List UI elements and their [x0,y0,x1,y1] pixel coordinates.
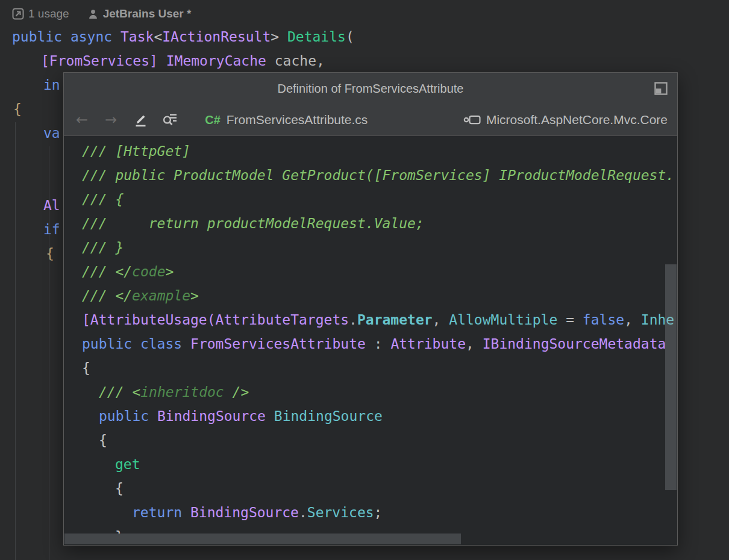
code-token: Attribute [390,336,466,352]
code-token: public async [12,29,120,45]
code-token: : [366,336,391,352]
popup-header: Definition of FromServicesAttribute ← → [64,73,677,136]
code-token: > [165,264,174,279]
code-token: if [43,222,60,237]
popup-toolbar: ← → C# [64,104,677,135]
usages-inlay-hint[interactable]: 1 usage [12,7,69,20]
code-token: , [433,312,449,328]
code-token: IBindingSourceMetadata [483,336,666,352]
code-token: [FromServices] [41,53,158,69]
code-token: /> [224,384,249,400]
code-line: /// return productModelRequest.Value; [82,211,677,235]
usages-icon [12,8,24,20]
horizontal-scrollbar-thumb[interactable] [64,534,461,544]
code-token [158,53,166,69]
code-token: IActionResult [162,29,271,45]
code-token: { [115,481,124,496]
code-token: { [46,246,54,261]
search-list-icon [161,112,178,128]
library-icon [463,114,481,126]
code-token: va [43,125,60,141]
code-token: public [99,408,149,424]
code-line: /// public ProductModel GetProduct([From… [82,163,677,187]
indent-guide [15,122,16,560]
code-line: /// </code> [82,260,677,284]
code-token: inheritdoc [140,384,224,400]
code-token: > [271,29,287,45]
code-token: . [349,312,357,328]
module-group: Microsoft.AspNetCore.Mvc.Core [463,113,669,127]
code-token: false [583,312,624,328]
edit-source-button[interactable] [133,110,148,130]
code-token: get [115,456,140,472]
pencil-icon [133,112,148,128]
code-line: [FromServices] IMemoryCache cache, [41,49,325,73]
code-token: { [13,101,22,117]
code-line: va [43,121,60,145]
code-token: IMemoryCache [166,53,266,69]
code-line: { [13,97,22,121]
code-token: [AttributeUsage(AttributeTargets [82,312,349,328]
code-token: AllowMultiple [449,312,557,328]
code-token: /// public ProductModel GetProduct([From… [82,167,674,183]
code-token [266,408,274,424]
code-line: { [82,476,677,500]
code-token: ( [346,29,354,45]
code-line: public async Task<IActionResult> Details… [12,25,354,49]
usages-label: 1 usage [28,7,69,20]
code-token: FromServicesAttribute [190,336,366,352]
popup-code-editor[interactable]: /// [HttpGet]/// public ProductModel Get… [64,136,677,545]
code-token: . [299,505,307,520]
code-line: Al [43,193,60,217]
code-token: /// [HttpGet] [82,143,190,159]
back-arrow-icon: ← [76,111,88,128]
code-line: /// } [82,235,677,260]
code-line: /// { [82,187,677,211]
module-name: Microsoft.AspNetCore.Mvc.Core [486,113,668,127]
code-token: ; [374,505,383,520]
code-token: > [190,288,199,303]
code-token: = [557,312,583,328]
code-line: return BindingSource.Services; [82,500,677,524]
editor-surface[interactable]: 1 usage JetBrains User * public async Ta… [0,0,729,560]
code-token: example [132,288,190,303]
author-inlay-hint[interactable]: JetBrains User * [87,7,192,20]
code-token: /// < [99,384,140,400]
author-label: JetBrains User * [103,7,192,20]
code-token: Services [307,505,374,520]
code-token: , [624,312,641,328]
code-token [149,408,157,424]
code-token: in [43,77,60,93]
code-line: in [43,73,60,97]
code-token: { [82,360,90,376]
back-button[interactable]: ← [76,110,88,130]
code-token: public class [82,336,182,352]
code-line: { [46,241,54,266]
code-token: < [154,29,162,45]
code-token: Task [120,29,154,45]
code-token: /// { [82,191,124,207]
popup-title: Definition of FromServicesAttribute [277,82,463,96]
user-icon [87,8,99,20]
code-token [182,505,190,520]
code-line: /// </example> [82,284,677,308]
code-line: public BindingSource BindingSource [82,404,677,428]
code-token: /// </ [82,264,132,279]
code-line: { [82,428,677,452]
quick-definition-popup: Definition of FromServicesAttribute ← → [63,72,678,546]
open-in-tool-window-icon [654,82,668,95]
csharp-file-icon: C# [205,113,221,127]
popup-title-bar[interactable]: Definition of FromServicesAttribute [64,73,677,104]
code-token: return [132,505,182,520]
vertical-scrollbar-thumb[interactable] [665,264,677,490]
open-in-tool-window-button[interactable] [654,82,668,95]
forward-arrow-icon: → [105,111,117,128]
forward-button[interactable]: → [105,110,117,130]
inlay-hints-row: 1 usage JetBrains User * [12,5,191,23]
code-line: [AttributeUsage(AttributeTargets.Paramet… [82,308,677,332]
show-source-preview-button[interactable] [161,110,178,130]
popup-file-name: FromServicesAttribute.cs [227,113,368,127]
code-line: public class FromServicesAttribute : Att… [82,332,677,356]
code-line: { [82,356,677,380]
code-token: code [132,264,165,279]
